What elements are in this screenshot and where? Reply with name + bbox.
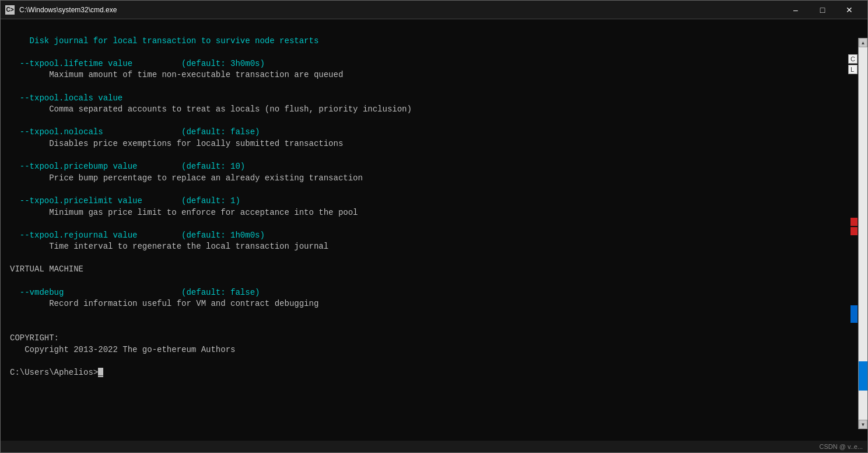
- terminal-line-6: --txpool.locals value: [10, 93, 123, 103]
- terminal-line-13: Price bump percentage to replace an alre…: [10, 173, 363, 183]
- terminal-output: Disk journal for local transaction to su…: [1, 19, 867, 441]
- terminal-line-15: --txpool.pricelimit value (default: 1): [10, 196, 240, 205]
- close-button[interactable]: ✕: [836, 1, 863, 19]
- terminal-line-28: Copyright 2013-2022 The go-ethereum Auth…: [10, 345, 235, 354]
- terminal-line-1: Disk journal for local transaction to su…: [10, 36, 318, 46]
- cmd-window: C> C:\Windows\system32\cmd.exe – □ ✕ Dis…: [0, 0, 868, 453]
- window-icon: C>: [5, 5, 15, 15]
- scroll-down-button[interactable]: ▼: [859, 420, 867, 429]
- red-indicators: [850, 218, 858, 235]
- terminal-line-27: COPYRIGHT:: [10, 333, 59, 343]
- terminal-line-18: --txpool.rejournal value (default: 1h0m0…: [10, 231, 265, 240]
- minimize-button[interactable]: –: [782, 1, 809, 19]
- terminal-line-3: --txpool.lifetime value (default: 3h0m0s…: [10, 59, 265, 68]
- terminal-line-4: Maximum amount of time non-executable tr…: [10, 70, 343, 79]
- terminal-line-9: --txpool.nolocals (default: false): [10, 127, 260, 137]
- red-indicator-2: [850, 227, 858, 235]
- blue-scroll-indicator: [850, 305, 858, 323]
- terminal-line-21: VIRTUAL MACHINE: [10, 264, 83, 274]
- scrollbar[interactable]: ▲ ▼: [858, 38, 867, 429]
- red-indicator-1: [850, 218, 858, 226]
- terminal-line-19: Time interval to regenerate the local tr…: [10, 242, 328, 251]
- terminal-line-12: --txpool.pricebump value (default: 10): [10, 162, 245, 171]
- terminal-line-16: Minimum gas price limit to enforce for a…: [10, 208, 358, 217]
- label-c: C: [848, 54, 858, 64]
- status-bar: CSDN @ v..e...: [1, 441, 867, 452]
- terminal-line-24: Record information useful for VM and con…: [10, 299, 318, 308]
- label-l: L: [848, 65, 858, 74]
- window-controls: – □ ✕: [782, 1, 863, 19]
- terminal-line-10: Disables price exemptions for locally su…: [10, 139, 343, 148]
- window-title: C:\Windows\system32\cmd.exe: [19, 6, 782, 14]
- terminal-line-23: --vmdebug (default: false): [10, 288, 260, 297]
- sidebar-labels: C L: [848, 54, 858, 74]
- scroll-up-button[interactable]: ▲: [859, 38, 867, 47]
- terminal-line-30: C:\Users\Aphelios>_: [10, 368, 103, 377]
- maximize-button[interactable]: □: [809, 1, 836, 19]
- scroll-track[interactable]: [859, 47, 867, 420]
- scroll-handle[interactable]: [859, 361, 867, 391]
- status-text: CSDN @ v..e...: [819, 443, 863, 450]
- titlebar: C> C:\Windows\system32\cmd.exe – □ ✕: [1, 1, 867, 19]
- terminal-line-7: Comma separated accounts to treat as loc…: [10, 104, 412, 114]
